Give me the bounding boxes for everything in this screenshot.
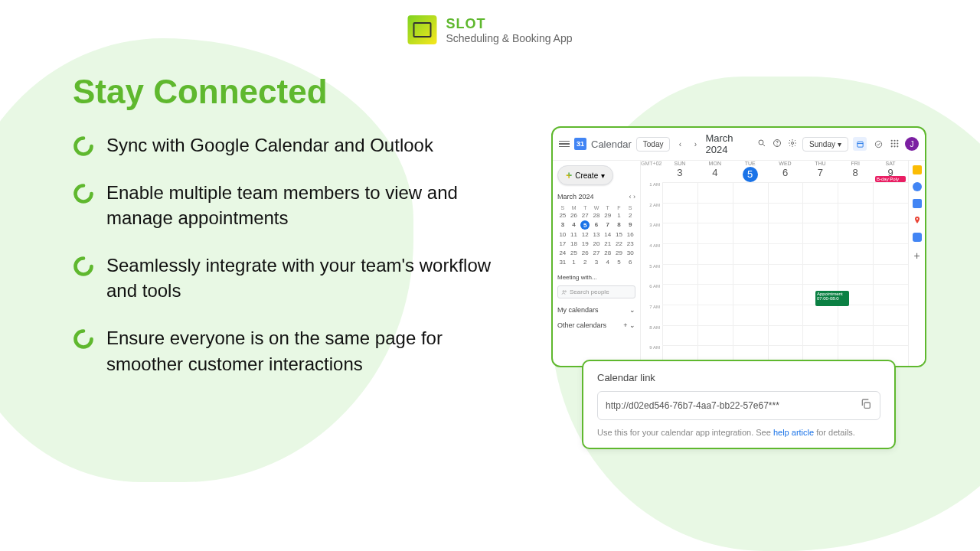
bullet-icon	[73, 256, 94, 277]
mini-day[interactable]: 26	[569, 211, 580, 220]
mini-day[interactable]: 3	[557, 220, 568, 230]
add-addon-icon[interactable]: +	[913, 249, 920, 262]
view-selector[interactable]: Sunday▾	[802, 137, 848, 152]
menu-icon[interactable]	[559, 141, 570, 148]
mini-day[interactable]: 31	[557, 258, 568, 266]
svg-point-19	[916, 218, 918, 220]
today-button[interactable]: Today	[636, 137, 671, 152]
chevron-down-icon[interactable]: ⌄	[629, 321, 635, 329]
hour-label: 8 AM	[641, 325, 662, 346]
mini-day[interactable]: 16	[625, 230, 635, 239]
plus-icon[interactable]: +	[623, 321, 627, 329]
link-help-text: Use this for your calendar app integrati…	[597, 428, 880, 437]
copy-icon[interactable]	[860, 398, 872, 413]
day-header[interactable]: SUN3	[662, 161, 697, 182]
mini-day[interactable]: 25	[569, 249, 580, 257]
mini-day[interactable]: 29	[614, 249, 625, 257]
mini-day[interactable]: 5	[614, 258, 625, 266]
mini-day[interactable]: 12	[580, 230, 590, 239]
meeting-label: Meeting with...	[557, 274, 635, 281]
mini-day[interactable]: 1	[614, 211, 625, 220]
help-article-link[interactable]: help article	[773, 428, 814, 437]
keep-icon[interactable]	[913, 165, 922, 174]
chevron-down-icon[interactable]: ⌄	[629, 306, 635, 314]
mini-day[interactable]: 25	[557, 211, 568, 220]
svg-rect-20	[864, 403, 870, 408]
hour-label: 2 AM	[641, 203, 662, 223]
mini-next-icon[interactable]: ›	[633, 193, 635, 201]
mini-day[interactable]: 21	[603, 240, 613, 248]
mini-day[interactable]: 10	[557, 230, 568, 239]
mini-day[interactable]: 29	[603, 211, 613, 220]
mini-day[interactable]: 9	[625, 220, 635, 230]
mini-day[interactable]: 28	[591, 211, 602, 220]
mini-day[interactable]: 28	[603, 249, 613, 257]
mini-day[interactable]: 15	[614, 230, 625, 239]
chevron-down-icon: ▾	[601, 171, 605, 180]
calendar-screenshot: 31 Calendar Today ‹ › March 2024 Sunday▾…	[551, 126, 926, 367]
mini-day[interactable]: 6	[591, 220, 602, 230]
search-icon[interactable]	[756, 139, 767, 149]
mini-day[interactable]: 30	[625, 249, 635, 257]
timezone-label: GMT+02	[641, 161, 662, 182]
tasks-icon[interactable]	[913, 182, 922, 191]
mini-day[interactable]: 1	[569, 258, 580, 266]
mini-day[interactable]: 23	[625, 240, 635, 248]
mini-day[interactable]: 2	[580, 258, 590, 266]
calendar-view-icon[interactable]	[853, 137, 867, 151]
calendar-link-input[interactable]	[606, 400, 860, 411]
event-appointment[interactable]: Appointment07:00-08:0	[815, 291, 849, 306]
day-header[interactable]: THU7	[802, 161, 838, 182]
mini-day[interactable]: 27	[591, 249, 602, 257]
mini-day[interactable]: 20	[591, 240, 602, 248]
mini-day[interactable]: 4	[603, 258, 613, 266]
mini-day[interactable]: 26	[580, 249, 590, 257]
mini-day[interactable]: 2	[625, 211, 635, 220]
chevron-right-icon[interactable]: ›	[690, 140, 701, 148]
svg-point-7	[875, 141, 881, 147]
svg-point-10	[897, 139, 898, 141]
other-calendars-label[interactable]: Other calendars	[557, 321, 606, 329]
user-avatar[interactable]: J	[905, 137, 919, 151]
mini-day[interactable]: 4	[569, 220, 580, 230]
search-people-input[interactable]: Search people	[557, 285, 635, 298]
mini-day[interactable]: 27	[580, 211, 590, 220]
svg-point-18	[565, 290, 567, 292]
mini-day[interactable]: 14	[603, 230, 613, 239]
my-calendars-label[interactable]: My calendars	[557, 306, 599, 314]
mini-day[interactable]: 7	[603, 220, 613, 230]
mini-day[interactable]: 19	[580, 240, 590, 248]
gear-icon[interactable]	[787, 139, 798, 149]
brand-tagline: Scheduling & Booking App	[446, 32, 572, 44]
mini-prev-icon[interactable]: ‹	[629, 193, 631, 201]
slot-logo-icon	[407, 15, 436, 44]
tasks-view-icon[interactable]	[871, 137, 885, 151]
day-header[interactable]: WED6	[768, 161, 803, 182]
mini-day[interactable]: 8	[614, 220, 625, 230]
mini-day[interactable]: 17	[557, 240, 568, 248]
mini-day[interactable]: 3	[591, 258, 602, 266]
help-icon[interactable]	[772, 139, 782, 149]
bullet-icon	[73, 135, 94, 157]
mini-day[interactable]: 11	[569, 230, 580, 239]
day-header[interactable]: TUE5	[733, 161, 768, 182]
bullet-item: Ensure everyone is on the same page for …	[73, 325, 501, 377]
contacts-icon[interactable]	[913, 199, 922, 208]
create-button[interactable]: +Create▾	[557, 165, 613, 185]
mini-day[interactable]: 18	[569, 240, 580, 248]
mini-day[interactable]: 24	[557, 249, 568, 257]
day-header[interactable]: MON4	[697, 161, 733, 182]
mini-day[interactable]: 5	[580, 220, 590, 230]
addon-icon[interactable]	[913, 233, 922, 242]
day-header[interactable]: FRI8	[838, 161, 873, 182]
mini-day[interactable]: 13	[591, 230, 602, 239]
maps-icon[interactable]	[913, 216, 922, 225]
hour-label: 4 AM	[641, 243, 662, 264]
event-bday[interactable]: B-day Poly	[875, 176, 906, 182]
apps-grid-icon[interactable]	[890, 139, 900, 150]
chevron-left-icon[interactable]: ‹	[675, 140, 685, 148]
mini-day[interactable]: 22	[614, 240, 625, 248]
svg-point-16	[897, 145, 898, 147]
mini-day[interactable]: 6	[625, 258, 635, 266]
svg-point-15	[893, 145, 895, 147]
